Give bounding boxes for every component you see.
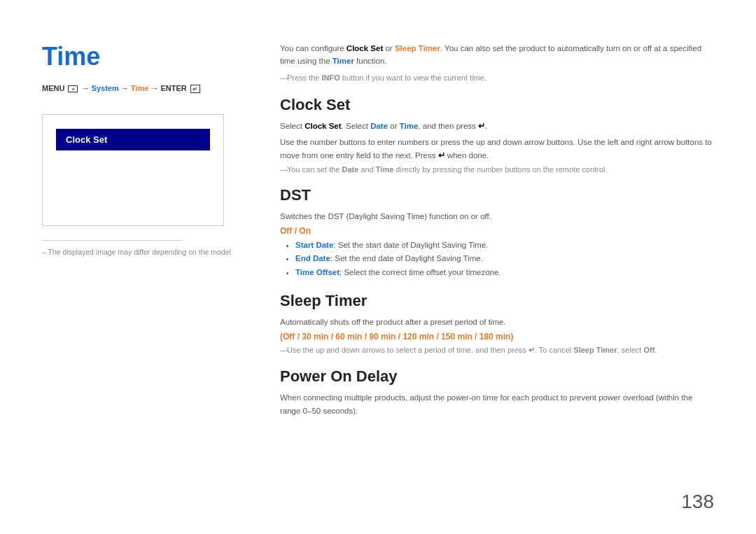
arrow2: → [121, 84, 129, 92]
section-power-on-delay: Power On Delay When connecting multiple … [280, 367, 714, 418]
clock-set-body1: Select Clock Set. Select Date or Time, a… [280, 120, 714, 133]
enter-icon: ↵ [190, 85, 200, 93]
screen-preview: Clock Set [42, 114, 224, 226]
right-panel: You can configure Clock Set or Sleep Tim… [259, 42, 714, 506]
dst-options-label: Off / On [280, 226, 714, 236]
section-sleep-timer: Sleep Timer Automatically shuts off the … [280, 292, 714, 355]
dst-title: DST [280, 186, 714, 204]
dst-bullets: Start Date: Set the start date of Daylig… [295, 239, 714, 280]
menu-label: MENU [42, 84, 64, 92]
power-on-delay-body1: When connecting multiple products, adjus… [280, 391, 714, 418]
left-panel: Time MENU ≡ → System → Time → ENTER ↵ Cl… [42, 42, 259, 506]
page-number: 138 [681, 491, 714, 513]
clock-set-menu-item: Clock Set [56, 129, 210, 150]
time-label: Time [131, 84, 148, 92]
clock-set-note: You can set the Date and Time directly b… [280, 165, 714, 174]
divider [42, 240, 182, 241]
dst-body1: Switches the DST (Daylight Saving Time) … [280, 210, 714, 223]
menu-path: MENU ≡ → System → Time → ENTER ↵ [42, 84, 238, 93]
sleep-timer-note: Use the up and down arrows to select a p… [280, 346, 714, 355]
dst-bullet-end: End Date: Set the end date of Daylight S… [295, 252, 714, 266]
enter-label: ENTER [160, 84, 186, 92]
arrow1: → [82, 84, 90, 92]
section-clock-set: Clock Set Select Clock Set. Select Date … [280, 96, 714, 174]
page-title: Time [42, 42, 238, 71]
system-label: System [92, 84, 119, 92]
sleep-timer-title: Sleep Timer [280, 292, 714, 310]
clock-set-title: Clock Set [280, 96, 714, 114]
sleep-timer-options: (Off / 30 min / 60 min / 90 min / 120 mi… [280, 332, 714, 342]
clock-set-body2: Use the number buttons to enter numbers … [280, 136, 714, 162]
dst-bullet-offset: Time Offset: Select the correct time off… [295, 266, 714, 280]
intro-text: You can configure Clock Set or Sleep Tim… [280, 42, 714, 68]
intro-note: Press the INFO button if you want to vie… [280, 73, 714, 82]
screen-preview-inner: Clock Set [56, 129, 210, 150]
sleep-timer-body1: Automatically shuts off the product afte… [280, 316, 714, 329]
section-dst: DST Switches the DST (Daylight Saving Ti… [280, 186, 714, 280]
menu-icon: ≡ [68, 85, 78, 92]
image-note: – The displayed image may differ dependi… [42, 248, 238, 256]
power-on-delay-title: Power On Delay [280, 367, 714, 386]
dst-bullet-start: Start Date: Set the start date of Daylig… [295, 239, 714, 253]
arrow3: → [150, 84, 158, 92]
